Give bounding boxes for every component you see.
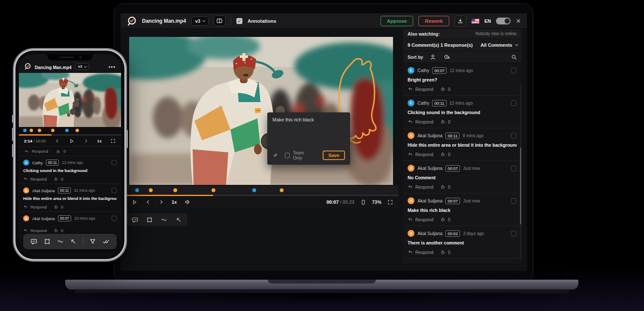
comment-item[interactable]: A Akal Suljana 00:07 Just now Make this … [403,193,522,226]
like-control[interactable]: 0 [440,184,450,190]
panel-scrollbar[interactable] [520,85,521,260]
comment-item[interactable]: C Cathy 00:11 12 mins ago Clicking sound… [19,156,121,184]
annotations-checkbox[interactable]: ✓ [236,18,242,24]
next-frame-icon[interactable] [83,138,89,144]
fullscreen-icon[interactable] [110,138,116,144]
thumbs-up-icon[interactable] [56,149,61,154]
respond-link[interactable]: Respond [408,184,433,190]
comment-bubble-icon[interactable] [131,216,139,223]
prev-frame-icon[interactable] [145,199,151,205]
rework-button[interactable]: Rework [418,16,449,26]
respond-link[interactable]: Respond [23,204,47,209]
respond-link[interactable]: Respond [408,151,433,157]
approve-button[interactable]: Approve [381,16,414,26]
zoom-level[interactable]: 73% [372,199,381,205]
like-control[interactable]: 0 [440,119,450,124]
like-control[interactable]: 0 [54,204,63,209]
funnel-icon[interactable] [89,238,97,245]
clock-sort-icon[interactable] [443,54,451,60]
team-only-checkbox[interactable] [285,153,290,158]
timeline-marker[interactable] [252,188,256,192]
respond-link[interactable]: Respond [23,176,47,181]
comment-timestamp-badge[interactable]: 00:07 [445,198,460,204]
comment-item[interactable]: A Akal Suljana 00:11 31 mins ago Hide th… [19,184,121,212]
comment-item[interactable]: A Akal Suljana 00:02 3 days ago There is… [403,226,522,259]
timeline-marker[interactable] [23,129,27,132]
version-dropdown[interactable]: v3 [191,16,209,26]
timeline-marker[interactable] [280,188,284,192]
rectangle-tool-icon[interactable] [43,238,51,245]
comment-popup-text[interactable]: Make this rich black [272,117,345,122]
comment-checkbox[interactable] [511,68,517,73]
comment-timestamp-badge[interactable]: 00:11 [432,100,446,106]
comment-checkbox[interactable] [112,160,117,165]
comment-item[interactable]: A Akal Suljana 00:07 23 mins ago Respond… [19,212,121,236]
timeline-marker[interactable] [65,129,69,132]
comment-item[interactable]: C Cathy 00:07 12 mins ago Bright green? … [403,63,522,96]
fullscreen-icon[interactable] [387,199,393,205]
respond-link[interactable]: Respond [23,228,47,233]
timeline-marker[interactable] [38,129,41,132]
version-dropdown[interactable]: v3 [75,63,89,70]
timeline-marker[interactable] [173,188,177,192]
comment-timestamp-badge[interactable]: 00:02 [445,230,460,237]
comment-pin-icon[interactable] [255,108,261,113]
progress-track[interactable] [19,134,121,136]
timeline-marker[interactable] [149,188,153,192]
comment-timestamp-badge[interactable]: 00:11 [46,160,59,166]
timeline-marker[interactable] [212,188,215,192]
split-view-button[interactable] [214,15,226,26]
paperclip-icon[interactable] [272,152,278,159]
like-control[interactable]: 0 [440,249,450,255]
timeline[interactable] [126,186,399,196]
play-icon[interactable] [69,138,75,144]
speaker-icon[interactable] [184,199,191,205]
theme-toggle[interactable] [496,18,511,24]
video-player[interactable]: Make this rich black Team Only Save [129,37,393,185]
timeline-marker[interactable] [76,129,79,132]
comment-timestamp-badge[interactable]: 00:07 [58,215,71,221]
close-icon[interactable]: ✕ [516,18,521,24]
play-icon[interactable] [131,199,138,205]
more-icon[interactable]: ••• [109,64,116,70]
respond-link[interactable]: Respond [408,86,433,92]
like-control[interactable]: 0 [440,217,450,222]
squiggle-tool-icon[interactable] [160,216,168,223]
search-icon[interactable] [511,54,517,60]
like-control[interactable]: 0 [54,228,63,233]
comment-timestamp-badge[interactable]: 00:11 [445,133,460,139]
arrow-tool-icon[interactable] [175,216,182,223]
device-rotate-icon[interactable] [360,199,366,205]
comment-checkbox[interactable] [112,216,117,221]
comment-checkbox[interactable] [511,100,517,106]
speed-button[interactable]: 1x [97,139,102,143]
like-control[interactable]: 0 [440,86,450,92]
comment-checkbox[interactable] [112,188,117,193]
next-frame-icon[interactable] [158,199,164,205]
phone-video-player[interactable] [19,73,121,127]
comment-checkbox[interactable] [511,133,517,139]
comment-timestamp-badge[interactable]: 00:07 [432,67,447,74]
person-sort-icon[interactable] [429,54,436,60]
squiggle-tool-icon[interactable] [57,238,64,245]
comment-item[interactable]: A Akal Suljana 00:07 Just now No Comment… [403,161,522,193]
timeline-marker[interactable] [135,188,139,192]
double-check-icon[interactable] [102,238,110,245]
comment-item[interactable]: C Cathy 00:11 12 mins ago Clicking sound… [403,96,522,128]
comment-checkbox[interactable] [511,231,517,236]
language-label[interactable]: EN [484,18,491,24]
respond-link[interactable]: Respond [32,149,48,154]
comment-item[interactable]: A Akal Suljana 00:11 8 mins ago Hide thi… [403,128,522,161]
comment-checkbox[interactable] [511,166,517,171]
comment-timestamp-badge[interactable]: 00:11 [58,187,71,193]
scrollbar-thumb[interactable] [520,148,521,225]
respond-link[interactable]: Respond [408,249,433,255]
comment-bubble-icon[interactable] [30,238,38,245]
download-button[interactable] [454,15,466,27]
timeline-marker[interactable] [30,129,33,132]
speed-button[interactable]: 1x [172,199,177,205]
comment-checkbox[interactable] [511,198,517,204]
timeline-marker[interactable] [51,129,54,132]
comments-filter-dropdown[interactable]: All Comments [481,42,517,48]
like-control[interactable]: 0 [440,151,450,157]
